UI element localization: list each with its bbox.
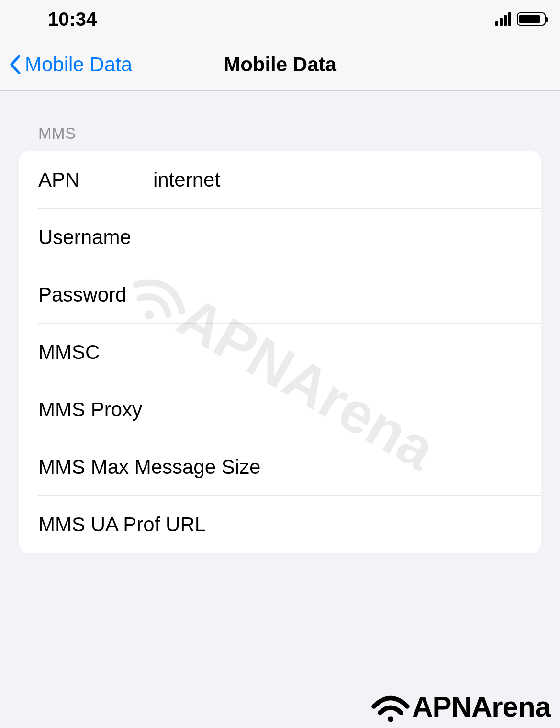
- username-row[interactable]: Username: [19, 209, 541, 266]
- apn-label: APN: [38, 168, 153, 191]
- cellular-signal-icon: [495, 12, 511, 26]
- content-area: MMS APN internet Username Password MMSC …: [0, 91, 560, 553]
- status-bar: 10:34: [0, 0, 560, 38]
- chevron-left-icon: [10, 55, 21, 74]
- mms-max-size-row[interactable]: MMS Max Message Size: [19, 438, 541, 496]
- mmsc-row[interactable]: MMSC: [19, 324, 541, 381]
- back-button[interactable]: Mobile Data: [0, 53, 132, 76]
- mms-ua-prof-label: MMS UA Prof URL: [38, 513, 522, 536]
- username-label: Username: [38, 226, 153, 249]
- mms-proxy-label: MMS Proxy: [38, 398, 522, 421]
- apn-row[interactable]: APN internet: [19, 151, 541, 209]
- mms-proxy-row[interactable]: MMS Proxy: [19, 381, 541, 438]
- apn-value: internet: [153, 168, 522, 191]
- mmsc-label: MMSC: [38, 341, 153, 364]
- footer-logo-text: APNArena: [412, 690, 550, 723]
- password-label: Password: [38, 283, 153, 306]
- battery-icon: [517, 12, 546, 26]
- footer-logo: APNArena: [369, 690, 550, 723]
- section-header-mms: MMS: [19, 124, 541, 151]
- wifi-icon: [369, 690, 412, 723]
- back-label: Mobile Data: [25, 53, 132, 76]
- password-row[interactable]: Password: [19, 266, 541, 324]
- status-time: 10:34: [48, 9, 97, 30]
- svg-point-1: [388, 716, 393, 722]
- status-icons: [495, 12, 546, 26]
- page-title: Mobile Data: [224, 53, 336, 76]
- mms-ua-prof-row[interactable]: MMS UA Prof URL: [19, 496, 541, 553]
- settings-group: APN internet Username Password MMSC MMS …: [19, 151, 541, 553]
- navigation-bar: Mobile Data Mobile Data: [0, 38, 560, 91]
- mms-max-size-label: MMS Max Message Size: [38, 456, 522, 479]
